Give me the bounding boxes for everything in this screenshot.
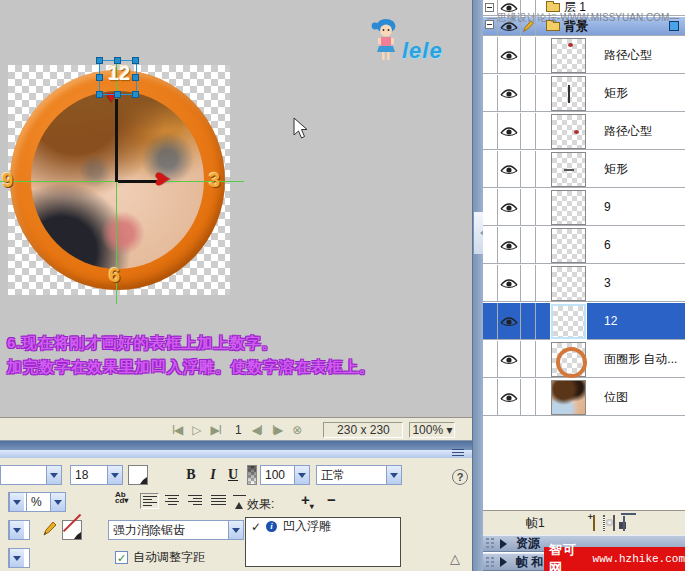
selection-handle[interactable] (114, 57, 121, 64)
italic-button[interactable]: I (203, 465, 223, 485)
auto-kern-checkbox[interactable]: ✓ 自动调整字距 (115, 549, 205, 566)
layer-object-row[interactable]: 位图 (483, 379, 685, 416)
anti-alias-select[interactable]: 强力消除锯齿 (108, 520, 244, 540)
onion-skinning-icon[interactable] (603, 516, 605, 530)
dropdown-arrow-icon[interactable] (9, 493, 24, 511)
layer-name[interactable]: 3 (604, 276, 611, 290)
last-frame-button-icon[interactable]: ▶ǀ (211, 423, 221, 437)
dropdown-arrow-icon[interactable] (294, 466, 309, 484)
lock-cell[interactable] (521, 227, 536, 263)
add-effect-button[interactable]: +▾ (301, 491, 314, 511)
selection-handle[interactable] (96, 57, 103, 64)
layer-name[interactable]: 6 (604, 238, 611, 252)
distribute-to-frames-icon[interactable] (593, 516, 595, 530)
dropdown-arrow-icon[interactable] (386, 466, 401, 484)
layer-object-row[interactable]: 9 (483, 189, 685, 226)
selection-handle[interactable] (132, 91, 139, 98)
selection-handle[interactable] (114, 91, 121, 98)
blend-mode-select[interactable]: 正常 (316, 465, 402, 485)
effect-info-icon[interactable]: i (266, 521, 277, 532)
underline-button[interactable]: U (223, 465, 243, 485)
effect-list-item[interactable]: ✓ i 凹入浮雕 (246, 518, 400, 535)
lock-cell[interactable] (521, 379, 536, 415)
align-justify-button[interactable] (209, 493, 228, 509)
font-size-select[interactable]: 18 (70, 465, 123, 485)
visibility-toggle[interactable] (498, 341, 521, 377)
visibility-toggle[interactable] (498, 75, 521, 111)
layer-object-row[interactable]: 矩形 (483, 75, 685, 112)
layer-name[interactable]: 矩形 (604, 85, 628, 102)
document-canvas-area[interactable]: ♥ ♥ 12 3 6 9 6.现在将刚才画好的表框上加上数字。 加完数字在效果里… (0, 0, 472, 418)
horizontal-scale-select[interactable]: % (26, 492, 66, 512)
opacity-select[interactable]: 100 (260, 465, 310, 485)
checkbox-check-icon[interactable]: ✓ (115, 551, 128, 564)
kerning-icon[interactable]: Abcd▾ (115, 492, 128, 504)
lock-cell[interactable] (521, 151, 536, 187)
align-right-button[interactable] (186, 493, 205, 509)
new-duplicate-layer-icon[interactable] (613, 516, 615, 530)
selection-handle[interactable] (96, 74, 103, 81)
effect-enabled-check-icon[interactable]: ✓ (251, 520, 261, 534)
next-frame-button-icon[interactable]: ǀ▶ (272, 423, 282, 437)
heart-hand-tip-icon[interactable]: ♥ (148, 171, 174, 186)
visibility-toggle[interactable] (498, 151, 521, 187)
align-center-button[interactable] (163, 493, 182, 509)
align-left-button[interactable] (140, 493, 159, 509)
lock-cell[interactable] (521, 303, 536, 339)
clock-number-6[interactable]: 6 (109, 265, 120, 285)
clock-number-9[interactable]: 9 (2, 170, 13, 190)
lock-cell[interactable] (521, 341, 536, 377)
dropdown-arrow-icon[interactable] (228, 521, 243, 539)
layer-object-row[interactable]: 路径心型 (483, 37, 685, 74)
expand-arrow-icon[interactable] (500, 557, 512, 567)
splitter-collapse-handle[interactable] (474, 212, 483, 254)
visibility-toggle[interactable] (498, 265, 521, 301)
fill-color-well[interactable] (128, 465, 148, 485)
layer-name[interactable]: 路径心型 (604, 47, 652, 64)
help-button[interactable]: ? (452, 469, 468, 485)
visibility-toggle[interactable] (498, 189, 521, 225)
dropdown-arrow-icon[interactable] (46, 466, 61, 484)
dropdown-arrow-icon[interactable] (50, 493, 65, 511)
remove-effect-button[interactable]: − (327, 491, 336, 508)
layer-object-row[interactable]: 路径心型 (483, 113, 685, 150)
layer-name[interactable]: 12 (604, 314, 617, 328)
dropdown-arrow-icon[interactable] (9, 521, 24, 539)
lock-cell[interactable] (521, 113, 536, 149)
layer-name[interactable]: 位图 (604, 389, 628, 406)
play-button-icon[interactable]: ▷ (192, 423, 200, 437)
layer-name[interactable]: 面圈形 自动... (604, 351, 677, 368)
stroke-color-well[interactable] (62, 520, 82, 540)
panel-options-menu-icon[interactable] (452, 449, 464, 458)
visibility-toggle[interactable] (498, 227, 521, 263)
properties-title-bar[interactable] (0, 450, 472, 458)
font-family-select[interactable] (0, 465, 62, 485)
lock-cell[interactable] (521, 37, 536, 73)
layer-name[interactable]: 9 (604, 200, 611, 214)
zoom-level-selector[interactable]: 100% ▾ (409, 422, 455, 438)
selection-handle[interactable] (132, 57, 139, 64)
visibility-toggle[interactable] (498, 113, 521, 149)
first-frame-button-icon[interactable]: ǀ◀ (172, 423, 182, 437)
clock-number-3[interactable]: 3 (209, 170, 220, 190)
lock-cell[interactable] (521, 265, 536, 301)
stop-button-icon[interactable]: ⊗ (292, 423, 301, 437)
layer-object-row[interactable]: 6 (483, 227, 685, 264)
delete-layer-trash-icon[interactable] (623, 516, 625, 530)
dropdown-arrow-icon[interactable] (107, 466, 122, 484)
visibility-toggle[interactable] (498, 379, 521, 415)
selection-handle[interactable] (96, 91, 103, 98)
minute-hand-line[interactable] (115, 99, 118, 182)
dropdown-arrow-icon[interactable] (9, 549, 24, 567)
layer-name[interactable]: 矩形 (604, 161, 628, 178)
layer-object-row[interactable]: 3 (483, 265, 685, 302)
baseline-shift-select[interactable] (8, 520, 30, 540)
visibility-toggle[interactable] (498, 303, 521, 339)
panel-splitter[interactable] (472, 0, 483, 571)
lock-cell[interactable] (521, 189, 536, 225)
expand-arrow-icon[interactable] (500, 539, 512, 549)
lock-cell[interactable] (521, 75, 536, 111)
layer-name[interactable]: 路径心型 (604, 123, 652, 140)
visibility-toggle[interactable] (498, 37, 521, 73)
indent-select[interactable] (8, 548, 30, 568)
